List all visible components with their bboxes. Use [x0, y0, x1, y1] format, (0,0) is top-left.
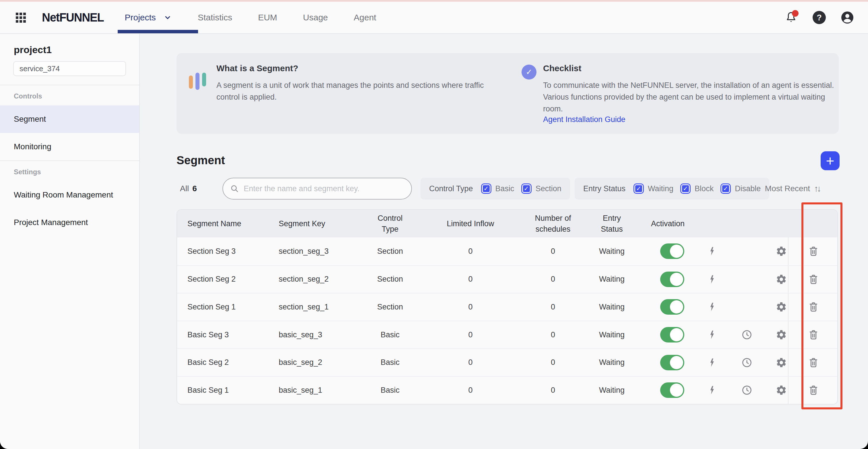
activation-cell [632, 272, 788, 287]
sidebar-item-project-management[interactable]: Project Management [0, 209, 139, 236]
info-banner: What is a Segment? A segment is a unit o… [177, 53, 839, 134]
checkbox-waiting[interactable]: ✓ Waiting [633, 183, 673, 194]
nav-usage[interactable]: Usage [303, 12, 328, 22]
control-type-cell: Section [354, 247, 426, 256]
chevron-down-icon [163, 13, 172, 22]
checkbox-section[interactable]: ✓ Section [521, 183, 561, 194]
activation-toggle[interactable] [660, 272, 684, 287]
settings-gear-icon[interactable] [775, 245, 787, 258]
apps-grid-icon[interactable] [16, 12, 26, 23]
segment-bars-icon [189, 72, 206, 90]
schedule-clock-icon[interactable] [741, 328, 753, 341]
main-content: What is a Segment? A segment is a unit o… [141, 34, 868, 449]
add-segment-button[interactable]: + [820, 151, 840, 170]
schedules-cell: 0 [515, 275, 591, 283]
total-count-value: 6 [192, 184, 197, 193]
checklist-title: Checklist [543, 63, 581, 73]
total-count: All 6 [180, 178, 197, 200]
settings-gear-icon[interactable] [775, 328, 787, 341]
checkbox-icon: ✓ [481, 183, 491, 194]
activation-cell [632, 382, 788, 398]
checklist-check-icon: ✓ [522, 65, 536, 80]
settings-gear-icon[interactable] [775, 384, 787, 396]
schedule-clock-icon[interactable] [741, 384, 753, 396]
sort-control[interactable]: Most Recent ↑↓ [765, 178, 820, 200]
schedules-cell: 0 [515, 358, 591, 367]
search-input[interactable] [222, 178, 412, 200]
control-type-cell: Section [354, 275, 426, 283]
limited-inflow-cell: 0 [426, 247, 515, 256]
segment-key-cell: section_seg_1 [265, 303, 354, 311]
segment-key-cell: basic_seg_1 [265, 386, 354, 395]
settings-gear-icon[interactable] [775, 301, 787, 313]
limited-inflow-cell: 0 [426, 275, 515, 283]
segment-key-cell: basic_seg_2 [265, 358, 354, 367]
nav-statistics[interactable]: Statistics [198, 12, 232, 22]
nav-projects[interactable]: Projects [125, 12, 172, 22]
schedule-clock-icon[interactable] [741, 356, 753, 369]
checkbox-icon: ✓ [720, 183, 731, 194]
activation-toggle[interactable] [660, 327, 684, 342]
delete-trash-icon[interactable] [807, 245, 820, 258]
entry-status-cell: Waiting [591, 358, 632, 367]
sidebar-item-segment[interactable]: Segment [0, 106, 139, 133]
delete-trash-icon[interactable] [807, 356, 820, 369]
segment-key-cell: section_seg_2 [265, 275, 354, 283]
delete-cell [788, 349, 838, 376]
activation-toggle[interactable] [660, 355, 684, 370]
account-icon[interactable] [840, 11, 854, 24]
sidebar-item-waiting-room-management[interactable]: Waiting Room Management [0, 181, 139, 209]
sidebar-item-monitoring[interactable]: Monitoring [0, 133, 139, 160]
nav-agent[interactable]: Agent [353, 12, 376, 22]
settings-gear-icon[interactable] [775, 356, 787, 369]
delete-cell [788, 266, 838, 293]
traffic-bolt-icon[interactable] [706, 384, 719, 396]
entry-status-cell: Waiting [591, 330, 632, 339]
delete-trash-icon[interactable] [807, 384, 820, 396]
delete-trash-icon[interactable] [807, 301, 820, 313]
traffic-bolt-icon[interactable] [706, 301, 719, 313]
segment-name-cell: Section Seg 2 [177, 275, 265, 283]
activation-cell [632, 299, 788, 315]
control-type-cell: Basic [354, 330, 426, 339]
delete-trash-icon[interactable] [807, 328, 820, 341]
activation-toggle[interactable] [660, 382, 684, 398]
settings-gear-icon[interactable] [775, 273, 787, 286]
control-type-cell: Basic [354, 358, 426, 367]
table-body: Section Seg 3 section_seg_3 Section 0 0 … [177, 237, 837, 404]
activation-toggle[interactable] [660, 299, 684, 315]
segment-key-cell: basic_seg_3 [265, 330, 354, 339]
segment-name-cell: Section Seg 1 [177, 303, 265, 311]
table-row: Basic Seg 1 basic_seg_1 Basic 0 0 Waitin… [177, 376, 837, 404]
nav-eum[interactable]: EUM [258, 12, 277, 22]
entry-status-cell: Waiting [591, 303, 632, 311]
top-navbar: NetFUNNEL Projects Statistics EUM Usage … [0, 2, 868, 34]
entry-status-cell: Waiting [591, 275, 632, 283]
app-window: NetFUNNEL Projects Statistics EUM Usage … [0, 0, 868, 449]
traffic-bolt-icon[interactable] [706, 245, 719, 258]
schedules-cell: 0 [515, 330, 591, 339]
limited-inflow-cell: 0 [426, 358, 515, 367]
activation-cell [632, 327, 788, 342]
checkbox-block[interactable]: ✓ Block [680, 183, 714, 194]
delete-trash-icon[interactable] [807, 273, 820, 286]
segment-name-cell: Basic Seg 1 [177, 386, 265, 395]
activation-cell [632, 243, 788, 259]
notifications-bell-icon[interactable] [784, 11, 798, 24]
traffic-bolt-icon[interactable] [706, 328, 719, 341]
checkbox-basic[interactable]: ✓ Basic [481, 183, 515, 194]
table-row: Section Seg 1 section_seg_1 Section 0 0 … [177, 293, 837, 321]
traffic-bolt-icon[interactable] [706, 356, 719, 369]
agent-installation-guide-link[interactable]: Agent Installation Guide [543, 115, 625, 124]
entry-status-cell: Waiting [591, 247, 632, 256]
segment-key-cell: section_seg_3 [265, 247, 354, 256]
limited-inflow-cell: 0 [426, 330, 515, 339]
activation-toggle[interactable] [660, 243, 684, 259]
checkbox-disable[interactable]: ✓ Disable [720, 183, 761, 194]
traffic-bolt-icon[interactable] [706, 273, 719, 286]
control-type-cell: Basic [354, 386, 426, 395]
delete-cell [788, 321, 838, 349]
service-selector[interactable]: service_374 [13, 61, 126, 76]
help-icon[interactable]: ? [812, 11, 826, 24]
schedules-cell: 0 [515, 303, 591, 311]
